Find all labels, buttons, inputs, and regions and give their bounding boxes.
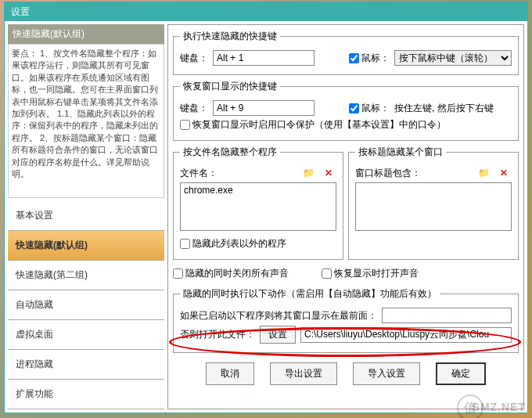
delete-icon[interactable]: ✕: [321, 166, 336, 180]
open-file-label: 否则打开此文件：: [180, 328, 255, 341]
exec-mouse-label: 鼠标：: [361, 52, 390, 65]
unmute-label: 恢复显示时打开声音: [334, 267, 419, 280]
filename-label: 文件名：: [180, 167, 217, 180]
tab-process-hide[interactable]: 进程隐藏: [8, 350, 164, 380]
restore-kb-input[interactable]: [213, 100, 315, 116]
tab-quick-hide-2[interactable]: 快速隐藏(第二组): [8, 261, 164, 290]
exec-kb-input[interactable]: [213, 50, 315, 66]
exec-mouse-checkbox[interactable]: [349, 53, 359, 63]
ok-button[interactable]: 确定: [436, 362, 486, 385]
delete-icon[interactable]: ✕: [496, 166, 512, 180]
restore-kb-label: 键盘：: [180, 102, 208, 115]
watermark-text: SMZ.NET: [473, 401, 526, 413]
tab-basic[interactable]: 基本设置: [8, 201, 164, 231]
import-button[interactable]: 导入设置: [353, 362, 420, 385]
cancel-button[interactable]: 取消: [206, 362, 254, 385]
title-list[interactable]: [355, 182, 512, 231]
by-title-legend: 按标题隐藏某个窗口: [355, 146, 446, 159]
exec-mouse-select[interactable]: 按下鼠标中键（滚轮）: [394, 50, 512, 66]
by-title-group: 按标题隐藏某个窗口 窗口标题包含： 📁 ✕: [348, 146, 519, 260]
tab-auto-hide[interactable]: 自动隐藏: [8, 290, 164, 320]
sidebar-tabs: 基本设置 快速隐藏(默认组) 快速隐藏(第二组) 自动隐藏 虚拟桌面 进程隐藏 …: [8, 201, 164, 409]
by-file-legend: 按文件名隐藏整个程序: [180, 146, 280, 159]
inverse-list-label: 隐藏此列表以外的程序: [192, 237, 286, 250]
unmute-checkbox[interactable]: [322, 268, 332, 279]
folder-icon[interactable]: 📁: [476, 166, 491, 180]
bring-front-label: 如果已启动以下程序则将其窗口显示在最前面：: [180, 309, 377, 323]
kb-label: 键盘：: [180, 52, 208, 65]
tab-extensions[interactable]: 扩展功能: [8, 380, 164, 409]
restore-hotkey-group: 恢复窗口显示的快捷键 键盘： 鼠标： 按住左键, 然后按下右键 恢复窗口显示时启…: [173, 80, 519, 141]
mute-checkbox[interactable]: [173, 268, 183, 279]
password-protect-label: 恢复窗口显示时启用口令保护（使用【基本设置】中的口令）: [192, 118, 446, 132]
list-item[interactable]: chrome.exe: [184, 185, 332, 196]
restore-hotkey-legend: 恢复窗口显示的快捷键: [180, 80, 280, 93]
hide-actions-legend: 隐藏的同时执行以下动作（需启用【自动隐藏】功能后有效）: [180, 287, 440, 301]
exec-hotkey-legend: 执行快速隐藏的快捷键: [180, 30, 280, 43]
password-protect-checkbox[interactable]: [180, 120, 190, 130]
window-title: 设置: [5, 2, 527, 21]
bring-front-input[interactable]: [382, 308, 512, 323]
filename-list[interactable]: chrome.exe: [180, 182, 336, 231]
open-file-input[interactable]: [300, 327, 512, 343]
by-file-group: 按文件名隐藏整个程序 文件名： 📁 ✕ chrome.exe 隐藏此列表以外的程…: [173, 146, 343, 260]
tab-quick-hide-default[interactable]: 快速隐藏(默认组): [8, 231, 164, 261]
tab-virtual-desktop[interactable]: 虚拟桌面: [8, 320, 164, 350]
inverse-list-checkbox[interactable]: [180, 239, 190, 249]
export-button[interactable]: 导出设置: [270, 362, 337, 385]
title-contains-label: 窗口标题包含：: [355, 167, 421, 180]
restore-mouse-label: 鼠标：: [361, 102, 390, 115]
folder-icon[interactable]: 📁: [300, 166, 316, 180]
restore-mouse-text: 按住左键, 然后按下右键: [394, 102, 512, 115]
set-file-button[interactable]: 设置: [260, 326, 296, 344]
exec-hotkey-group: 执行快速隐藏的快捷键 键盘： 鼠标： 按下鼠标中键（滚轮）: [173, 30, 519, 75]
hide-actions-group: 隐藏的同时执行以下动作（需启用【自动隐藏】功能后有效） 如果已启动以下程序则将其…: [173, 287, 519, 353]
sidebar-header: 快速隐藏(默认组): [8, 24, 164, 44]
mute-label: 隐藏的同时关闭所有声音: [185, 267, 289, 280]
description-text: 要点： 1、按文件名隐藏整个程序：如果该程序运行，则隐藏其所有可见窗口。如果该程…: [8, 44, 164, 198]
restore-mouse-checkbox[interactable]: [349, 103, 359, 114]
